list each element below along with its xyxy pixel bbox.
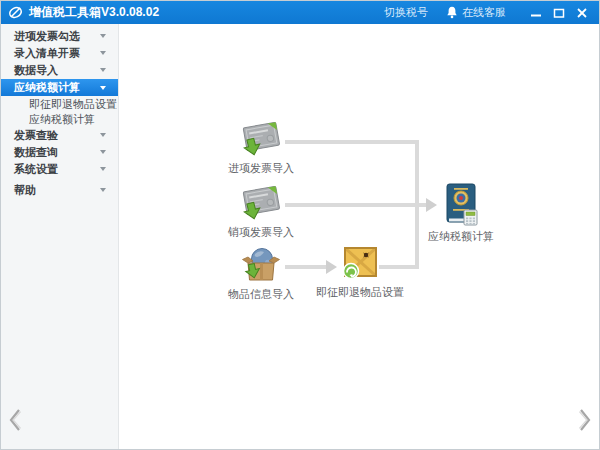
diagram-node-label: 应纳税额计算 [428,229,494,244]
diagram-node-tax-amount-calc[interactable]: 应纳税额计算 [419,182,503,244]
next-page-button[interactable] [576,407,594,433]
chevron-left-icon [6,407,24,433]
main-content [120,24,599,449]
chevron-down-icon [100,188,106,192]
sidebar-item-label: 数据导入 [14,63,58,78]
sidebar-item-label: 应纳税额计算 [14,80,80,95]
sidebar-item-label: 进项发票勾选 [14,29,80,44]
diagram-node-label: 物品信息导入 [228,287,294,302]
sidebar-item-label: 帮助 [14,183,36,198]
sidebar-item-tax-calculation[interactable]: 应纳税额计算 [1,79,118,96]
sidebar-item-help[interactable]: 帮助 [1,182,118,198]
diagram-node-input-invoice-import[interactable]: 进项发票导入 [219,120,303,176]
sidebar-subitem-refund-goods-setting[interactable]: 即征即退物品设置 [1,97,118,111]
sidebar-item-system-settings[interactable]: 系统设置 [1,161,118,177]
sidebar-item-invoice-verification[interactable]: 发票查验 [1,127,118,143]
diagram-node-label: 即征即退物品设置 [316,285,404,300]
minimize-icon [530,7,542,19]
sidebar-item-entry-list-invoicing[interactable]: 录入清单开票 [1,45,118,61]
app-logo-icon [8,5,23,20]
chevron-right-icon [576,407,594,433]
tax-book-calculator-icon [444,182,478,226]
sidebar-item-data-query[interactable]: 数据查询 [1,144,118,160]
crate-badge-icon [339,244,381,282]
box-globe-download-icon [241,246,281,284]
chevron-down-icon [100,51,106,55]
close-icon [576,7,588,19]
titlebar-right: 切换税号 在线客服 [384,3,591,22]
diagram-node-label: 进项发票导入 [228,161,294,176]
sidebar-item-label: 录入清单开票 [14,46,80,61]
sidebar-item-data-import[interactable]: 数据导入 [1,62,118,78]
sidebar-item-label: 数据查询 [14,145,58,160]
connector-line [285,140,417,144]
title-bar: 增值税工具箱V3.0.08.02 切换税号 在线客服 [1,1,599,24]
chevron-down-icon [100,150,106,154]
chevron-down-icon [100,68,106,72]
online-service-button[interactable]: 在线客服 [446,5,506,20]
sidebar: 进项发票勾选 录入清单开票 数据导入 应纳税额计算 即征即退物品设置 应纳税额计… [1,24,119,449]
diagram-node-refund-goods-setting[interactable]: 即征即退物品设置 [315,244,405,300]
sidebar-subitem-label: 应纳税额计算 [29,112,95,127]
maximize-button[interactable] [549,3,568,22]
chevron-down-icon [100,133,106,137]
chevron-down-icon [100,34,106,38]
diagram-node-output-invoice-import[interactable]: 销项发票导入 [219,184,303,240]
connector-line [285,203,426,207]
minimize-button[interactable] [526,3,545,22]
sidebar-item-label: 发票查验 [14,128,58,143]
invoice-download-icon [241,120,281,158]
switch-tax-number-button[interactable]: 切换税号 [384,5,428,20]
prev-page-button[interactable] [6,407,24,433]
app-title: 增值税工具箱V3.0.08.02 [29,4,159,21]
sidebar-subitem-tax-calculation[interactable]: 应纳税额计算 [1,112,118,126]
bell-icon [446,6,458,19]
app-window: 增值税工具箱V3.0.08.02 切换税号 在线客服 [0,0,600,450]
chevron-down-icon [100,86,106,90]
diagram-node-label: 销项发票导入 [228,225,294,240]
chevron-down-icon [100,167,106,171]
invoice-download-icon [241,184,281,222]
sidebar-item-input-invoice-check[interactable]: 进项发票勾选 [1,28,118,44]
sidebar-item-label: 系统设置 [14,162,58,177]
diagram-node-goods-info-import[interactable]: 物品信息导入 [219,246,303,302]
maximize-icon [553,7,565,19]
online-service-label: 在线客服 [462,5,506,20]
close-button[interactable] [572,3,591,22]
sidebar-subitem-label: 即征即退物品设置 [29,97,117,112]
